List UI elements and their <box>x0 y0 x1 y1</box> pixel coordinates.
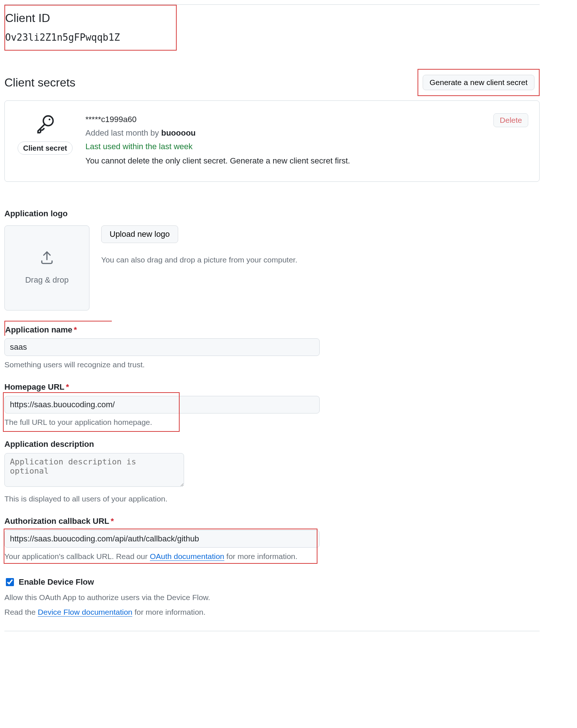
required-marker: * <box>74 325 77 334</box>
application-description-input[interactable] <box>4 453 184 487</box>
required-marker: * <box>66 382 69 391</box>
client-secrets-header: Client secrets Generate a new client sec… <box>4 69 540 96</box>
svg-point-1 <box>49 119 51 121</box>
divider <box>4 631 540 631</box>
device-flow-hint-2: Read the Device Flow documentation for m… <box>4 606 540 618</box>
callback-url-label: Authorization callback URL* <box>4 515 540 527</box>
required-marker: * <box>111 516 114 526</box>
application-description-field: Application description This is displaye… <box>4 438 540 505</box>
application-name-input[interactable] <box>4 338 320 356</box>
upload-new-logo-button[interactable]: Upload new logo <box>101 225 178 243</box>
enable-device-flow-row: Enable Device Flow <box>4 576 540 588</box>
client-secrets-heading: Client secrets <box>4 74 76 91</box>
device-flow-hint-1: Allow this OAuth App to authorize users … <box>4 592 540 603</box>
client-secret-delete-warning: You cannot delete the only client secret… <box>85 155 482 167</box>
enable-device-flow-checkbox[interactable] <box>6 578 14 586</box>
client-id-value: Ov23li2Z1n5gFPwqqb1Z <box>5 30 176 45</box>
key-icon <box>34 113 56 138</box>
client-id-label: Client ID <box>5 9 176 27</box>
client-secret-added: Added last month by buoooou <box>85 127 482 139</box>
homepage-url-hint: The full URL to your application homepag… <box>4 416 540 428</box>
client-secret-chip: Client secret <box>18 141 73 155</box>
callback-url-field: Authorization callback URL* Your applica… <box>4 515 540 562</box>
upload-icon <box>39 250 55 274</box>
application-name-field: Application name* <box>4 321 112 336</box>
device-flow-docs-link[interactable]: Device Flow documentation <box>38 608 132 617</box>
application-name-label: Application name* <box>5 324 112 336</box>
application-logo-section: Application logo Drag & drop Upload new … <box>4 207 540 310</box>
application-description-label: Application description <box>4 438 540 450</box>
oauth-app-settings: Client ID Ov23li2Z1n5gFPwqqb1Z Client se… <box>4 4 540 631</box>
callback-url-hint: Your application's callback URL. Read ou… <box>4 551 540 562</box>
application-description-hint: This is displayed to all users of your a… <box>4 493 540 505</box>
svg-point-0 <box>43 116 53 126</box>
homepage-url-input[interactable] <box>4 396 320 413</box>
enable-device-flow-label: Enable Device Flow <box>19 576 94 588</box>
delete-client-secret-button[interactable]: Delete <box>493 113 528 127</box>
generate-secret-highlight: Generate a new client secret <box>418 69 540 96</box>
client-secret-value: *****c1999a60 <box>85 113 482 125</box>
homepage-url-field: Homepage URL* The full URL to your appli… <box>4 381 540 428</box>
homepage-url-label: Homepage URL* <box>4 381 540 393</box>
dropzone-label: Drag & drop <box>25 274 69 286</box>
application-logo-heading: Application logo <box>4 207 540 220</box>
client-secret-last-used: Last used within the last week <box>85 140 482 152</box>
client-secret-added-user: buoooou <box>161 128 196 137</box>
client-id-block: Client ID Ov23li2Z1n5gFPwqqb1Z <box>4 5 177 51</box>
logo-dropzone[interactable]: Drag & drop <box>4 225 89 310</box>
callback-url-input[interactable] <box>4 530 320 548</box>
application-name-hint: Something users will recognize and trust… <box>4 359 540 371</box>
oauth-docs-link[interactable]: OAuth documentation <box>150 552 224 561</box>
client-secret-card: Client secret *****c1999a60 Added last m… <box>4 100 540 182</box>
generate-client-secret-button[interactable]: Generate a new client secret <box>423 75 534 90</box>
logo-hint: You can also drag and drop a picture fro… <box>101 254 297 266</box>
